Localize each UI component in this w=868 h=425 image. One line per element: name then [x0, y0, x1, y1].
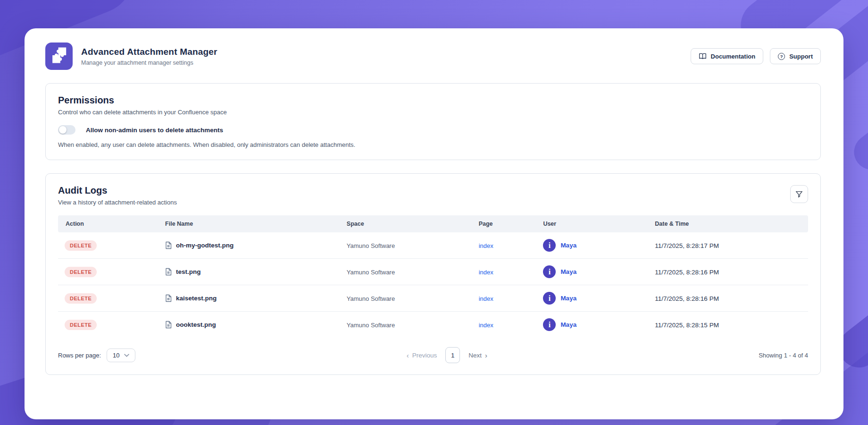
showing-count: Showing 1 - 4 of 4 [759, 352, 808, 359]
page-link[interactable]: index [479, 295, 493, 302]
rows-per-page-value: 10 [113, 352, 119, 359]
file-icon [165, 321, 172, 329]
space-cell: Yamuno Software [340, 259, 472, 285]
space-name: Yamuno Software [347, 295, 395, 302]
page-subtitle: Manage your attachment manager settings [81, 60, 691, 66]
user-name: Maya [560, 268, 576, 275]
support-button-label: Support [789, 53, 813, 60]
help-icon: ? [778, 53, 785, 60]
table-row: DELETE oh-my-godtest.png [58, 232, 808, 259]
permissions-title: Permissions [58, 95, 808, 106]
page-link[interactable]: index [479, 242, 493, 249]
audit-logs-title: Audit Logs [58, 185, 177, 196]
user-cell: i Maya [536, 285, 648, 312]
space-name: Yamuno Software [347, 322, 395, 329]
table-footer: Rows per page: 10 ‹ Previous 1 Next › [58, 347, 808, 363]
toggle-knob [59, 126, 67, 134]
rows-per-page-select[interactable]: 10 [107, 348, 135, 362]
file-cell: oh-my-godtest.png [159, 232, 340, 259]
column-header-date-time: Date & Time [648, 215, 808, 232]
background-stripe [847, 85, 868, 177]
user-name: Maya [560, 242, 576, 249]
date-cell: 11/7/2025, 8:28:17 PM [648, 232, 808, 259]
puzzle-icon [50, 47, 67, 66]
page-cell: index [472, 312, 537, 338]
previous-page-button[interactable]: ‹ Previous [407, 352, 437, 359]
column-header-file-name: File Name [159, 215, 340, 232]
table-body: DELETE oh-my-godtest.png [58, 232, 808, 338]
date-cell: 11/7/2025, 8:28:16 PM [648, 259, 808, 285]
user-cell: i Maya [536, 259, 648, 285]
column-header-space: Space [340, 215, 472, 232]
support-button[interactable]: ? Support [770, 48, 821, 64]
page-link[interactable]: index [479, 322, 493, 329]
chevron-left-icon: ‹ [407, 352, 409, 359]
file-cell: kaisetest.png [159, 285, 340, 312]
user-avatar: i [543, 292, 556, 305]
column-header-user: User [536, 215, 648, 232]
header-actions: Documentation ? Support [691, 48, 821, 64]
chevron-down-icon [124, 354, 129, 357]
previous-label: Previous [412, 352, 437, 359]
app-logo [45, 42, 73, 70]
app-header: Advanced Attachment Manager Manage your … [45, 42, 821, 70]
file-icon [165, 241, 172, 249]
date-time: 11/7/2025, 8:28:16 PM [655, 269, 719, 276]
file-icon [165, 294, 172, 302]
next-label: Next [468, 352, 482, 359]
delete-badge: DELETE [65, 267, 97, 277]
file-name: test.png [176, 268, 201, 275]
space-cell: Yamuno Software [340, 312, 472, 338]
filter-button[interactable] [790, 185, 808, 203]
delete-badge: DELETE [65, 320, 97, 330]
page-link[interactable]: index [479, 269, 493, 276]
date-time: 11/7/2025, 8:28:16 PM [655, 295, 719, 302]
filter-icon [795, 190, 803, 198]
audit-logs-subtitle: View a history of attachment-related act… [58, 199, 177, 206]
permissions-section: Permissions Control who can delete attac… [45, 83, 821, 160]
audit-logs-table: Action File Name Space Page User Date & … [58, 215, 808, 338]
column-header-action: Action [58, 215, 159, 232]
page-cell: index [472, 232, 537, 259]
book-icon [699, 53, 707, 60]
file-name: kaisetest.png [176, 295, 217, 302]
page-cell: index [472, 259, 537, 285]
table-row: DELETE test.png [58, 259, 808, 285]
action-cell: DELETE [58, 232, 159, 259]
user-avatar: i [543, 318, 556, 331]
space-cell: Yamuno Software [340, 285, 472, 312]
permissions-description: When enabled, any user can delete attach… [58, 141, 808, 148]
page-title: Advanced Attachment Manager [81, 47, 691, 57]
space-name: Yamuno Software [347, 242, 395, 249]
documentation-button[interactable]: Documentation [691, 48, 764, 64]
date-cell: 11/7/2025, 8:28:16 PM [648, 285, 808, 312]
file-icon [165, 268, 172, 276]
space-name: Yamuno Software [347, 269, 395, 276]
user-name: Maya [560, 295, 576, 302]
permissions-toggle-row: Allow non-admin users to delete attachme… [58, 125, 808, 135]
page-cell: index [472, 285, 537, 312]
app-titles: Advanced Attachment Manager Manage your … [81, 47, 691, 66]
delete-badge: DELETE [65, 240, 97, 251]
next-page-button[interactable]: Next › [468, 352, 487, 359]
page-number-button[interactable]: 1 [445, 347, 460, 363]
file-cell: oooktest.png [159, 312, 340, 338]
file-name: oooktest.png [176, 321, 216, 328]
table-row: DELETE oooktest.png [58, 312, 808, 338]
action-cell: DELETE [58, 285, 159, 312]
date-cell: 11/7/2025, 8:28:15 PM [648, 312, 808, 338]
table-header-row: Action File Name Space Page User Date & … [58, 215, 808, 232]
date-time: 11/7/2025, 8:28:17 PM [655, 242, 719, 249]
pagination: ‹ Previous 1 Next › [407, 347, 487, 363]
table-row: DELETE kaisetest.png [58, 285, 808, 312]
audit-logs-section: Audit Logs View a history of attachment-… [45, 173, 821, 375]
delete-badge: DELETE [65, 293, 97, 304]
toggle-label: Allow non-admin users to delete attachme… [86, 127, 223, 134]
documentation-button-label: Documentation [711, 53, 756, 60]
rows-per-page-label: Rows per page: [58, 352, 101, 359]
audit-logs-header: Audit Logs View a history of attachment-… [58, 185, 808, 206]
user-name: Maya [560, 321, 576, 328]
file-cell: test.png [159, 259, 340, 285]
non-admin-delete-toggle[interactable] [58, 125, 75, 135]
chevron-right-icon: › [485, 352, 487, 359]
